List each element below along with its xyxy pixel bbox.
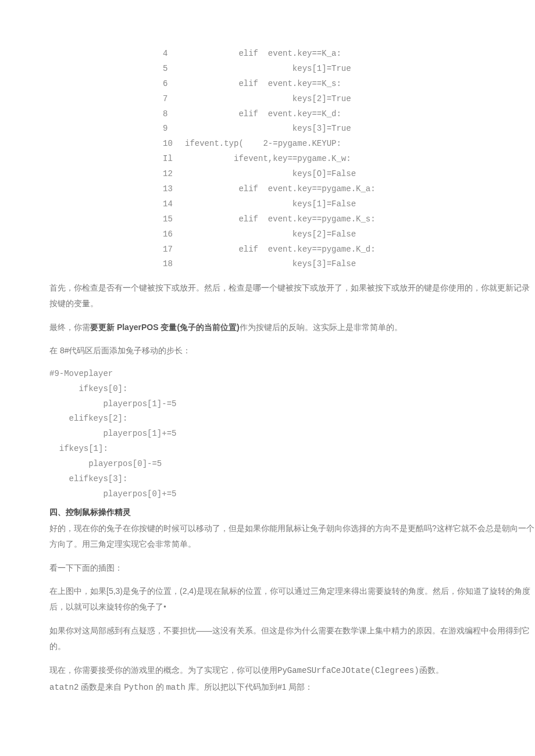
code-line: ifkeys[1]: xyxy=(49,442,535,457)
code-text: keys[1]=False xyxy=(185,197,356,212)
text: 最终，你需 xyxy=(49,323,90,332)
code-line: 9 keys[3]=True xyxy=(163,121,535,137)
code-text: keys[3]=True xyxy=(185,121,351,137)
code-line: 16 keys[2]=False xyxy=(163,227,535,242)
line-number: 5 xyxy=(163,62,185,77)
code-line: #9-Moveplayer xyxy=(49,367,535,382)
paragraph: 看一下下面的插图： xyxy=(49,560,535,576)
code-inline: math xyxy=(166,683,186,692)
line-number: 15 xyxy=(163,212,185,227)
text: 在上图中，如果[5,3)是兔子的位置，(2,4)是现在鼠标的位置，你可以通过三角… xyxy=(49,586,530,611)
code-line: 17 elif event.key==pygame.K_d: xyxy=(163,242,535,257)
code-text: elif event.key==K_a: xyxy=(185,46,341,62)
line-number: 16 xyxy=(163,227,185,242)
paragraph: 首先，你检查是否有一个键被按下或放开。然后，检查是哪一个键被按下或放开了，如果被… xyxy=(49,280,535,311)
code-text: elif event.key==pygame.K_a: xyxy=(185,182,376,197)
line-number: 8 xyxy=(163,107,185,122)
code-text: ifevent.typ( 2-=pygame.KEYUP: xyxy=(185,137,341,152)
code-line: 10ifevent.typ( 2-=pygame.KEYUP: xyxy=(163,137,535,152)
code-line: 6 elif event.key==K_s: xyxy=(163,77,535,92)
heading-4: 四、控制鼠标操作精灵 xyxy=(49,504,535,520)
code-text: elif event.key==K_s: xyxy=(185,77,341,92)
code-line: 13 elif event.key==pygame.K_a: xyxy=(163,182,535,197)
text: 函数是来自 xyxy=(81,682,122,691)
line-number: 13 xyxy=(163,182,185,197)
paragraph: 最终，你需要更新 PlayerPOS 变量(兔子的当前位置)作为按键后的反响。这… xyxy=(49,320,535,335)
code-text: keys[3]=False xyxy=(185,257,356,272)
code-block-2: #9-Moveplayer ifkeys[0]: playerpos[1]-=5… xyxy=(49,367,535,502)
code-line: 15 elif event.key==pygame.K_s: xyxy=(163,212,535,227)
paragraph: 如果你对这局部感到有点疑惑，不要担忧——这没有关系。但这是你为什么需要在数学课上… xyxy=(49,623,535,654)
text: 库。所以把以下代码加到#1 局部： xyxy=(188,682,313,691)
code-block-1: 4 elif event.key==K_a:5 keys[1]=True6 el… xyxy=(163,46,535,272)
line-number: Il xyxy=(163,152,185,167)
code-line: 12 keys[O]=False xyxy=(163,167,535,182)
code-line: ifkeys[0]: xyxy=(49,382,535,397)
code-line: playerpos[1]+=5 xyxy=(49,427,535,442)
line-number: 17 xyxy=(163,242,185,257)
code-line: elifkeys[2]: xyxy=(49,411,535,427)
paragraph: 在上图中，如果[5,3)是兔子的位置，(2,4)是现在鼠标的位置，你可以通过三角… xyxy=(49,583,535,615)
line-number: 4 xyxy=(163,46,185,62)
line-number: 7 xyxy=(163,92,185,107)
code-text: keys[1]=True xyxy=(185,62,351,77)
code-line: 8 elif event.key==K_d: xyxy=(163,107,535,122)
code-line: Il ifevent,key==pygame.K_w: xyxy=(163,152,535,167)
text: 的 xyxy=(156,682,164,691)
code-line: playerpos[0]+=5 xyxy=(49,487,535,502)
strong-text: 要更新 PlayerPOS 变量(兔子的当前位置) xyxy=(90,323,240,332)
code-line: 14 keys[1]=False xyxy=(163,197,535,212)
code-line: 4 elif event.key==K_a: xyxy=(163,46,535,62)
code-line: playerpos[1]-=5 xyxy=(49,397,535,412)
line-number: 18 xyxy=(163,257,185,272)
paragraph: 好的，现在你的兔子在你按键的时候可以移动了，但是如果你能用鼠标让兔子朝向你选择的… xyxy=(49,521,535,551)
code-text: elif event.key==K_d: xyxy=(185,107,341,122)
text: 现在，你需要接受你的游戏里的概念。为了实现它，你可以使用 xyxy=(49,665,277,675)
code-inline: PyGameSUrfaCeJOtate(Clegrees) xyxy=(277,666,419,675)
code-line: elifkeys[3]: xyxy=(49,472,535,487)
code-line: playerpos[0]-=5 xyxy=(49,457,535,472)
code-text: keys[2]=False xyxy=(185,227,356,242)
code-text: elif event.key==pygame.K_d: xyxy=(185,242,376,257)
code-text: ifevent,key==pygame.K_w: xyxy=(185,152,351,167)
line-number: 12 xyxy=(163,167,185,182)
code-text: keys[2]=True xyxy=(185,92,351,107)
code-line: 7 keys[2]=True xyxy=(163,92,535,107)
code-text: elif event.key==pygame.K_s: xyxy=(185,212,376,227)
bullet-dot: • xyxy=(163,603,166,611)
code-inline: Python xyxy=(124,683,153,692)
paragraph: 在 8#代码区后面添加兔子移动的步长： xyxy=(49,343,535,359)
line-number: 9 xyxy=(163,121,185,137)
line-number: 14 xyxy=(163,197,185,212)
paragraph: atatn2 函数是来自 Python 的 math 库。所以把以下代码加到#1… xyxy=(49,679,535,696)
paragraph: 现在，你需要接受你的游戏里的概念。为了实现它，你可以使用PyGameSUrfaC… xyxy=(49,662,535,679)
text: 作为按键后的反响。这实际上是非常简单的。 xyxy=(240,323,402,332)
code-line: 5 keys[1]=True xyxy=(163,62,535,77)
document-page: 4 elif event.key==K_a:5 keys[1]=True6 el… xyxy=(0,0,535,739)
code-line: 18 keys[3]=False xyxy=(163,257,535,272)
code-inline: atatn2 xyxy=(49,683,79,692)
line-number: 10 xyxy=(163,137,185,152)
line-number: 6 xyxy=(163,77,185,92)
text: 函数。 xyxy=(419,665,444,675)
code-text: keys[O]=False xyxy=(185,167,356,182)
